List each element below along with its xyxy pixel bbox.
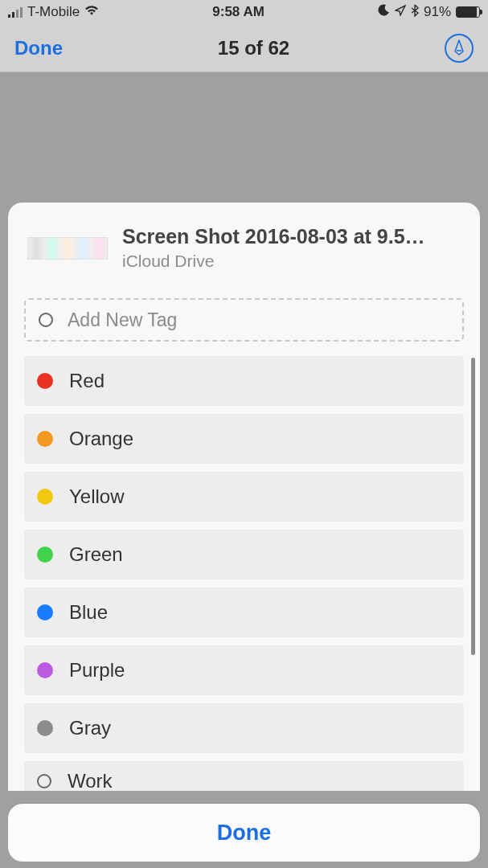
tag-label: Green [69, 543, 123, 566]
add-tag-circle-icon [39, 313, 53, 327]
add-tag-input[interactable]: Add New Tag [24, 298, 464, 342]
status-right: 91% [378, 4, 480, 21]
tag-color-dot [37, 373, 53, 389]
battery-pct: 91% [424, 4, 451, 20]
file-header: Screen Shot 2016-08-03 at 9.54.... iClou… [24, 225, 464, 271]
signal-icon [8, 6, 23, 18]
tag-color-dot [37, 489, 53, 505]
battery-icon [456, 6, 480, 18]
tag-label: Purple [69, 659, 125, 682]
tag-row-orange[interactable]: Orange [24, 414, 464, 464]
scroll-indicator [471, 358, 475, 655]
tag-label: Yellow [69, 485, 125, 508]
nav-done-button[interactable]: Done [14, 37, 63, 59]
tag-modal: Screen Shot 2016-08-03 at 9.54.... iClou… [8, 203, 480, 791]
location-icon [395, 4, 406, 20]
page-counter: 15 of 62 [218, 37, 289, 59]
tag-label: Work [68, 770, 113, 791]
tag-list: RedOrangeYellowGreenBluePurpleGrayWork [24, 356, 464, 791]
bluetooth-icon [411, 4, 419, 21]
status-bar: T-Mobile 9:58 AM 91% [0, 0, 488, 24]
done-bar[interactable]: Done [8, 804, 480, 862]
add-tag-placeholder: Add New Tag [68, 309, 177, 331]
do-not-disturb-icon [378, 4, 390, 20]
tag-row-blue[interactable]: Blue [24, 588, 464, 637]
markup-pen-icon [452, 39, 466, 57]
nav-bar: Done 15 of 62 [0, 24, 488, 72]
tag-row-red[interactable]: Red [24, 356, 464, 406]
file-location: iCloud Drive [122, 252, 428, 271]
status-time: 9:58 AM [212, 4, 265, 20]
tag-color-dot [37, 662, 53, 678]
tag-label: Red [69, 370, 105, 392]
done-button-label: Done [217, 821, 272, 845]
tag-label: Orange [69, 428, 133, 450]
tag-color-dot [37, 604, 53, 620]
status-left: T-Mobile [8, 4, 99, 20]
tag-color-dot [37, 431, 53, 447]
tag-row-work[interactable]: Work [24, 761, 464, 791]
tag-row-gray[interactable]: Gray [24, 703, 464, 753]
file-thumbnail [27, 237, 108, 260]
tag-row-purple[interactable]: Purple [24, 645, 464, 695]
tag-color-dot [37, 720, 53, 736]
tag-color-dot [37, 547, 53, 563]
markup-button[interactable] [445, 34, 474, 63]
tag-label: Gray [69, 717, 111, 739]
wifi-icon [84, 4, 99, 20]
tag-circle-icon [37, 774, 51, 788]
tag-row-green[interactable]: Green [24, 530, 464, 579]
tag-label: Blue [69, 601, 108, 624]
carrier-label: T-Mobile [27, 4, 80, 20]
file-name: Screen Shot 2016-08-03 at 9.54.... [122, 225, 428, 248]
tag-row-yellow[interactable]: Yellow [24, 472, 464, 522]
